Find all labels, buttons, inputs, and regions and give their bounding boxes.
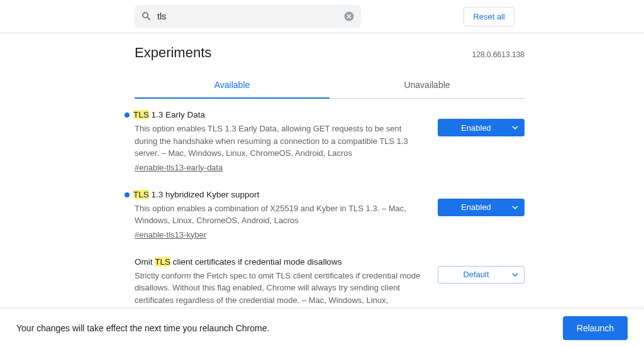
modified-dot-icon bbox=[125, 113, 130, 118]
experiment-item: TLS 1.3 hybridized Kyber supportThis opt… bbox=[135, 190, 525, 240]
flag-state-label: Default bbox=[463, 270, 489, 279]
flag-select-wrap: Default bbox=[438, 266, 525, 284]
flag-anchor-link[interactable]: #enable-tls13-early-data bbox=[135, 163, 223, 172]
flag-select-wrap: Enabled bbox=[438, 199, 525, 216]
flag-title: Omit TLS client certificates if credenti… bbox=[135, 257, 426, 267]
version-text: 128.0.6613.138 bbox=[472, 50, 525, 59]
flag-select-wrap: Enabled bbox=[438, 119, 525, 136]
restart-bar: Your changes will take effect the next t… bbox=[0, 308, 644, 347]
search-icon bbox=[141, 11, 152, 22]
flag-state-label: Enabled bbox=[461, 123, 491, 133]
modified-dot-icon bbox=[125, 192, 130, 197]
flag-description: This option enables a combination of X25… bbox=[135, 202, 426, 227]
title-post: 1.3 hybridized Kyber support bbox=[149, 190, 260, 199]
experiment-body: TLS 1.3 Early DataThis option enables TL… bbox=[135, 110, 426, 172]
title-post: client certificates if credential mode d… bbox=[170, 257, 341, 267]
flag-state-label: Enabled bbox=[461, 202, 491, 212]
experiment-item: TLS 1.3 Early DataThis option enables TL… bbox=[135, 110, 525, 172]
top-bar: Reset all bbox=[0, 0, 644, 33]
relaunch-button[interactable]: Relaunch bbox=[563, 316, 628, 340]
flag-title: TLS 1.3 hybridized Kyber support bbox=[135, 190, 426, 199]
title-highlight: TLS bbox=[133, 110, 149, 119]
chevron-down-icon bbox=[512, 124, 518, 131]
search-container[interactable] bbox=[135, 5, 361, 28]
title-pre: Omit bbox=[135, 257, 155, 267]
chevron-down-icon bbox=[512, 204, 518, 211]
flag-state-select[interactable]: Default bbox=[438, 266, 525, 284]
flag-title: TLS 1.3 Early Data bbox=[135, 110, 426, 119]
tab-unavailable[interactable]: Unavailable bbox=[330, 72, 525, 98]
title-highlight: TLS bbox=[155, 257, 170, 267]
header-row: Experiments 128.0.6613.138 bbox=[135, 45, 525, 61]
experiment-body: TLS 1.3 hybridized Kyber supportThis opt… bbox=[135, 190, 426, 240]
flag-state-select[interactable]: Enabled bbox=[438, 119, 525, 136]
search-input[interactable] bbox=[157, 11, 343, 21]
flag-description: This option enables TLS 1.3 Early Data, … bbox=[135, 123, 426, 160]
title-post: 1.3 Early Data bbox=[149, 110, 205, 119]
chevron-down-icon bbox=[512, 272, 518, 278]
flag-anchor-link[interactable]: #enable-tls13-kyber bbox=[135, 230, 206, 240]
flags-list: TLS 1.3 Early DataThis option enables TL… bbox=[135, 110, 525, 331]
reset-all-button[interactable]: Reset all bbox=[464, 7, 514, 26]
tabs: Available Unavailable bbox=[135, 72, 525, 99]
flag-state-select[interactable]: Enabled bbox=[438, 199, 525, 216]
tab-available[interactable]: Available bbox=[135, 72, 330, 99]
page-title: Experiments bbox=[135, 45, 211, 61]
clear-search-icon[interactable] bbox=[343, 11, 355, 22]
title-highlight: TLS bbox=[133, 190, 149, 199]
restart-message: Your changes will take effect the next t… bbox=[16, 323, 269, 333]
content: Experiments 128.0.6613.138 Available Una… bbox=[135, 33, 525, 331]
